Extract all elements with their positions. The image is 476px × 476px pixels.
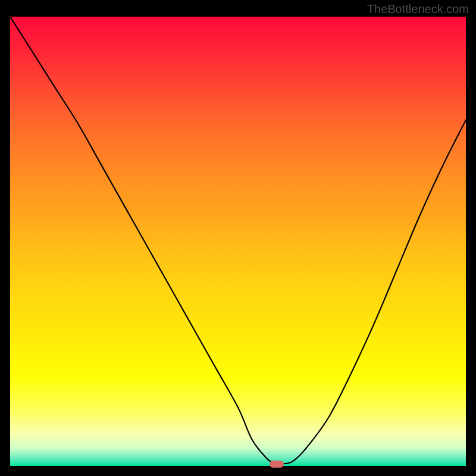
watermark-text: TheBottleneck.com xyxy=(367,2,469,16)
plot-area xyxy=(10,17,466,466)
bottleneck-curve xyxy=(10,17,466,464)
curve-svg xyxy=(10,17,466,466)
optimal-marker xyxy=(270,461,284,468)
